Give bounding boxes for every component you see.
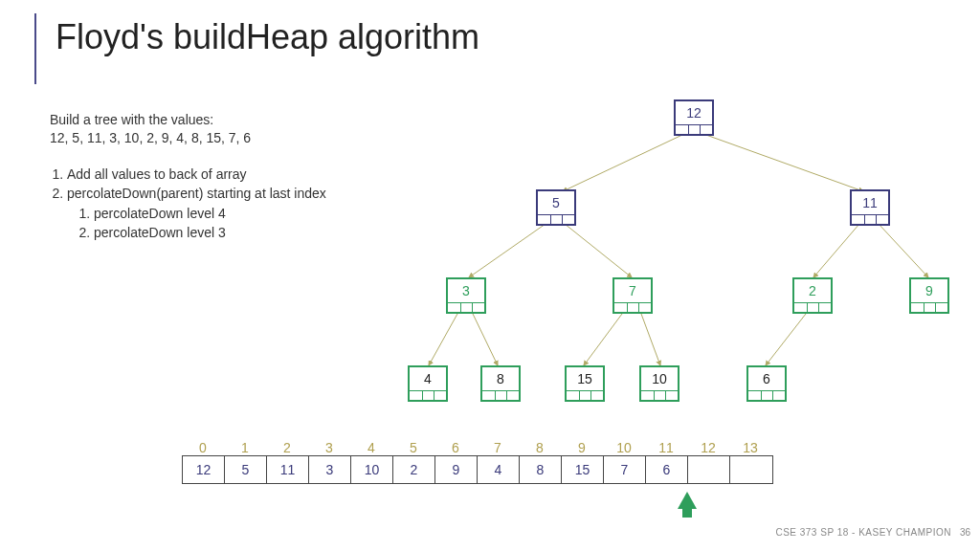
svg-line-10	[766, 314, 806, 365]
array-index-row: 0 1 2 3 4 5 6 7 8 9 10 11 12 13	[182, 440, 773, 455]
svg-line-6	[429, 314, 457, 365]
up-arrow-stem	[682, 508, 692, 518]
array-representation: 0 1 2 3 4 5 6 7 8 9 10 11 12 13 12 5 11 …	[182, 440, 773, 484]
svg-line-0	[563, 134, 684, 191]
svg-line-4	[813, 224, 859, 277]
svg-line-9	[641, 314, 660, 365]
svg-line-2	[469, 224, 546, 277]
svg-line-8	[584, 314, 622, 365]
array-value-row: 12 5 11 3 10 2 9 4 8 15 7 6	[182, 455, 773, 484]
svg-line-3	[565, 224, 632, 277]
up-arrow-icon	[678, 492, 697, 509]
svg-line-1	[703, 134, 863, 191]
svg-line-7	[473, 314, 498, 365]
svg-line-5	[879, 224, 928, 277]
slide-number: 36	[960, 527, 970, 538]
footer-text: CSE 373 SP 18 - KASEY CHAMPION	[775, 527, 951, 538]
